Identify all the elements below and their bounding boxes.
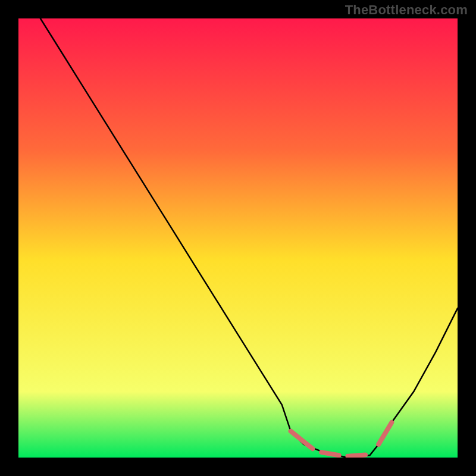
plot-area — [18, 18, 458, 458]
chart-container: TheBottleneck.com — [0, 0, 476, 476]
watermark-text: TheBottleneck.com — [345, 2, 468, 18]
gradient-background — [18, 18, 458, 458]
dash-segment — [348, 455, 366, 456]
dash-segment — [321, 452, 339, 455]
chart-svg — [18, 18, 458, 458]
